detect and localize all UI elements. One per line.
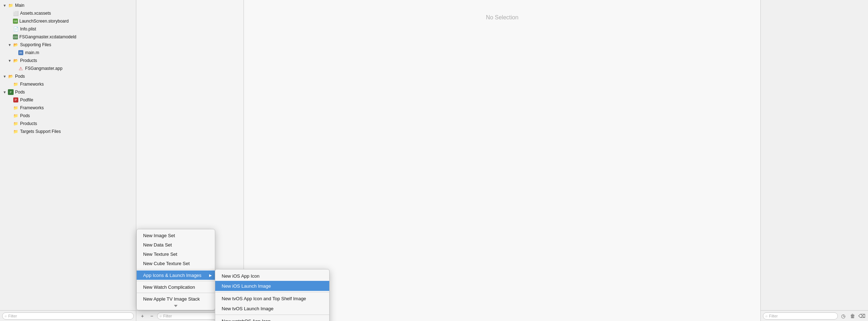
sidebar-item-infoplist[interactable]: 📄 Info.plist — [0, 25, 136, 33]
datamodel-icon: CD — [13, 34, 18, 39]
submenu-item-new-watchos-app-icon[interactable]: New watchOS App Icon — [215, 316, 329, 321]
submenu-item-new-tvos-app-icon[interactable]: New tvOS App Icon and Top Shelf Image — [215, 293, 329, 303]
label-products-group: Products — [20, 58, 37, 63]
remove-button[interactable]: − — [148, 312, 156, 320]
menu-item-new-cube-texture-set[interactable]: New Cube Texture Set — [137, 259, 215, 268]
menu-separator-2 — [137, 281, 215, 281]
app-icon: ⚠ — [18, 66, 24, 71]
submenu-app-icons: New iOS App Icon New iOS Launch Image Ne… — [215, 269, 330, 321]
label-assets: Assets.xcassets — [20, 11, 51, 16]
submenu-item-new-ios-launch-image[interactable]: New iOS Launch Image — [215, 281, 329, 291]
label-pods-group: Pods — [15, 74, 25, 79]
folder-icon-main: 📁 — [8, 3, 14, 8]
sidebar-item-main[interactable]: ▼ 📁 Main — [0, 1, 136, 9]
submenu-separator-2 — [215, 315, 329, 315]
right-filter-icon: ⌕ — [765, 314, 768, 318]
folder-icon-products: 📂 — [13, 58, 19, 63]
submenu-separator-1 — [215, 292, 329, 292]
sidebar-item-pods2[interactable]: 📁 Pods — [0, 112, 136, 120]
m-file-icon: m — [18, 50, 24, 56]
label-pods-root: Pods — [15, 90, 25, 95]
sidebar-tree: ▼ 📁 Main ⬜ Assets.xcassets SB LaunchScre… — [0, 0, 136, 310]
label-products2: Products — [20, 121, 37, 126]
xcassets-icon: ⬜ — [13, 10, 19, 16]
menu-item-app-icons[interactable]: App Icons & Launch Images ▶ New iOS App … — [137, 270, 215, 280]
storyboard-icon: SB — [13, 19, 18, 24]
sidebar-item-targets-support[interactable]: 📁 Targets Support Files — [0, 128, 136, 135]
label-frameworks2: Frameworks — [20, 105, 44, 110]
filter-icon: ⌕ — [5, 314, 7, 318]
delete-button[interactable]: ⌫ — [858, 312, 866, 320]
submenu-item-new-ios-app-icon[interactable]: New iOS App Icon — [215, 271, 329, 281]
add-button[interactable]: + — [138, 312, 146, 320]
scroll-indicator — [137, 303, 215, 308]
folder-icon-targets: 📁 — [13, 129, 19, 134]
menu-item-new-data-set[interactable]: New Data Set — [137, 240, 215, 249]
middle-filter-placeholder: Filter — [163, 314, 172, 318]
sidebar-item-pods-root[interactable]: ▼ P Pods — [0, 88, 136, 96]
folder-icon-fw1: 📁 — [13, 81, 19, 87]
sidebar: ▼ 📁 Main ⬜ Assets.xcassets SB LaunchScre… — [0, 0, 136, 321]
sidebar-item-assets[interactable]: ⬜ Assets.xcassets — [0, 9, 136, 17]
folder-icon-products2: 📁 — [13, 121, 19, 126]
folder-icon-supporting: 📂 — [13, 42, 19, 48]
label-podfile: Podfile — [20, 97, 33, 102]
trash-button[interactable]: 🗑 — [849, 312, 857, 320]
dropdown-menu: New Image Set New Data Set New Texture S… — [136, 229, 215, 310]
folder-icon-pods2: 📁 — [13, 113, 19, 119]
label-appfile: FSGangmaster.app — [25, 66, 62, 71]
sidebar-item-mainm[interactable]: m main.m — [0, 49, 136, 57]
right-bottom-bar: ⌕ Filter ◷ 🗑 ⌫ — [761, 310, 868, 321]
menu-separator-3 — [137, 293, 215, 293]
disclosure-main: ▼ — [3, 4, 8, 8]
sidebar-filter-input[interactable]: ⌕ Filter — [2, 312, 134, 320]
folder-icon-fw2: 📁 — [13, 105, 19, 111]
arrow-down-icon — [174, 305, 178, 307]
folder-icon-pods-group: 📂 — [8, 73, 14, 79]
menu-item-new-watch-complication[interactable]: New Watch Complication — [137, 282, 215, 292]
right-content — [761, 0, 868, 310]
podfile-icon: P — [13, 97, 19, 103]
middle-filter-icon: ⌕ — [160, 314, 162, 318]
label-pods2: Pods — [20, 113, 30, 118]
label-mainm: main.m — [25, 50, 39, 55]
right-filter-placeholder: Filter — [769, 314, 778, 318]
right-filter-input[interactable]: ⌕ Filter — [763, 312, 838, 320]
menu-separator-1 — [137, 269, 215, 269]
label-frameworks1: Frameworks — [20, 82, 44, 87]
label-launchscreen: LaunchScreen.storyboard — [19, 19, 69, 24]
sidebar-item-pods-group[interactable]: ▼ 📂 Pods — [0, 72, 136, 80]
sidebar-item-products-group[interactable]: ▼ 📂 Products — [0, 57, 136, 64]
submenu-arrow-icon: ▶ — [209, 273, 212, 277]
no-selection-label: No Selection — [486, 14, 519, 21]
sidebar-bottom: ⌕ Filter — [0, 310, 136, 321]
sidebar-item-datamodel[interactable]: CD FSGangmaster.xcdatamodeld — [0, 33, 136, 41]
menu-item-new-image-set[interactable]: New Image Set — [137, 231, 215, 240]
sidebar-item-podfile[interactable]: P Podfile — [0, 96, 136, 104]
label-main: Main — [15, 3, 24, 8]
label-supporting: Supporting Files — [20, 42, 51, 47]
plist-icon: 📄 — [13, 26, 19, 32]
sidebar-item-frameworks2[interactable]: 📁 Frameworks — [0, 104, 136, 112]
label-datamodel: FSGangmaster.xcdatamodeld — [19, 34, 76, 39]
label-targets-support: Targets Support Files — [20, 129, 61, 134]
middle-panel: New Image Set New Data Set New Texture S… — [136, 0, 244, 321]
sidebar-item-frameworks1[interactable]: 📁 Frameworks — [0, 80, 136, 88]
sidebar-filter-placeholder: Filter — [8, 314, 17, 318]
sidebar-item-supporting[interactable]: ▼ 📂 Supporting Files — [0, 41, 136, 49]
right-panel: ⌕ Filter ◷ 🗑 ⌫ — [760, 0, 868, 321]
history-button[interactable]: ◷ — [839, 312, 847, 320]
sidebar-item-appfile[interactable]: ⚠ FSGangmaster.app — [0, 64, 136, 72]
menu-item-new-texture-set[interactable]: New Texture Set — [137, 249, 215, 259]
submenu-item-new-tvos-launch[interactable]: New tvOS Launch Image — [215, 303, 329, 313]
label-infoplist: Info.plist — [20, 27, 36, 32]
sidebar-item-products2[interactable]: 📁 Products — [0, 120, 136, 128]
pods-root-icon: P — [8, 89, 14, 95]
sidebar-item-launchscreen[interactable]: SB LaunchScreen.storyboard — [0, 17, 136, 25]
menu-item-new-apple-tv[interactable]: New Apple TV Image Stack — [137, 294, 215, 303]
